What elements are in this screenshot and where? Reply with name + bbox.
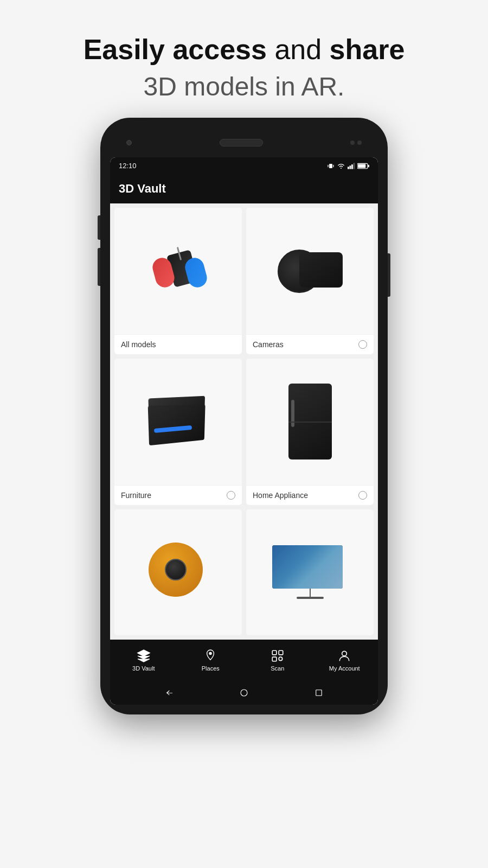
places-icon [203,649,217,663]
app-title: 3D Vault [119,182,166,195]
card-all-models-image [114,208,242,334]
card-furniture-label: Furniture [114,485,242,505]
speaker-dial [165,559,187,580]
card-tv-image [246,509,374,636]
sensor-dot-1 [350,141,355,145]
card-all-models[interactable]: All models [114,208,242,354]
furniture-circle [227,491,235,500]
sensor-dot-2 [357,141,362,145]
card-home-appliance-text: Home Appliance [253,491,308,500]
card-all-models-label: All models [114,334,242,354]
status-bar: 12:10 [110,157,378,174]
phone-speaker [220,139,263,146]
obj-tv [272,545,348,599]
3d-vault-icon [137,649,151,663]
camera-body [299,252,343,288]
tv-stand [310,589,311,597]
card-home-appliance-label: Home Appliance [246,485,374,505]
app-bar: 3D Vault [110,174,378,203]
header-normal-and: and [274,34,329,65]
obj-speaker [149,542,208,602]
back-button[interactable] [163,686,176,699]
svg-rect-3 [348,167,349,169]
signal-icon [348,162,355,170]
nav-item-scan[interactable]: Scan [244,640,311,680]
status-icons [327,162,369,170]
card-cameras-text: Cameras [253,340,284,349]
tv-base [297,597,324,599]
header-line1: Easily access and share [84,33,405,66]
card-cameras[interactable]: Cameras [246,208,374,354]
speaker-body [149,542,203,597]
phone-sensors [350,141,362,145]
phone-power-button [388,253,390,297]
svg-point-14 [279,657,282,661]
nav-label-scan: Scan [271,665,284,672]
phone-screen: 12:10 [110,157,378,705]
tv-screen [272,545,343,589]
header-bold-share: share [330,34,405,65]
card-furniture-text: Furniture [121,491,151,500]
svg-rect-13 [272,657,277,661]
tv-content [272,545,343,589]
scan-icon [271,649,285,663]
svg-rect-8 [368,165,369,168]
svg-rect-12 [279,650,283,655]
nav-item-my-account[interactable]: My Account [311,640,378,680]
phone-volume-down [98,248,100,286]
status-time: 12:10 [119,162,137,170]
vibrate-icon [327,162,335,170]
wifi-icon [337,162,345,170]
obj-nintendo-switch [149,247,208,296]
svg-marker-17 [166,690,172,695]
card-home-appliance-image [246,359,374,485]
obj-toolbox [143,394,214,449]
svg-rect-9 [358,164,365,168]
svg-point-16 [342,651,347,656]
svg-point-18 [241,690,247,696]
card-home-appliance[interactable]: Home Appliance [246,359,374,505]
recent-icon [314,688,324,698]
svg-rect-1 [328,165,329,168]
card-furniture-image [114,359,242,485]
home-button[interactable] [237,686,251,699]
nav-item-places[interactable]: Places [177,640,245,680]
switch-blue-joycon [183,256,209,289]
header-section: Easily access and share 3D models in AR. [84,33,405,101]
card-all-models-text: All models [121,340,156,349]
phone-top-bar [110,127,378,157]
home-appliance-circle [358,491,367,500]
cameras-circle [358,340,367,349]
svg-rect-4 [350,165,351,169]
obj-camera [278,247,343,296]
nav-label-places: Places [202,665,220,672]
fridge-line [288,422,332,423]
svg-rect-5 [351,164,353,169]
card-cameras-label: Cameras [246,334,374,354]
nav-label-my-account: My Account [329,665,360,672]
card-cameras-image [246,208,374,334]
phone-mockup: 12:10 [100,118,388,714]
svg-rect-0 [329,164,332,168]
card-furniture[interactable]: Furniture [114,359,242,505]
fridge-handle [291,400,294,427]
card-speaker[interactable] [114,509,242,636]
svg-rect-19 [316,690,322,696]
nav-item-3d-vault[interactable]: 3D Vault [110,640,177,680]
switch-cord [176,247,181,260]
header-line2: 3D models in AR. [84,72,405,101]
card-speaker-image [114,509,242,636]
card-tv[interactable] [246,509,374,636]
phone-volume-up [98,215,100,240]
nav-label-3d-vault: 3D Vault [132,665,155,672]
toolbox-body [147,405,205,446]
header-bold-easily: Easily access [84,34,267,65]
battery-icon [357,163,369,169]
back-icon [164,688,174,698]
obj-fridge [283,384,337,459]
svg-rect-11 [272,650,277,655]
my-account-icon [337,649,351,663]
recent-button[interactable] [312,686,325,699]
bottom-nav: 3D Vault Places [110,640,378,680]
front-camera [126,140,132,145]
